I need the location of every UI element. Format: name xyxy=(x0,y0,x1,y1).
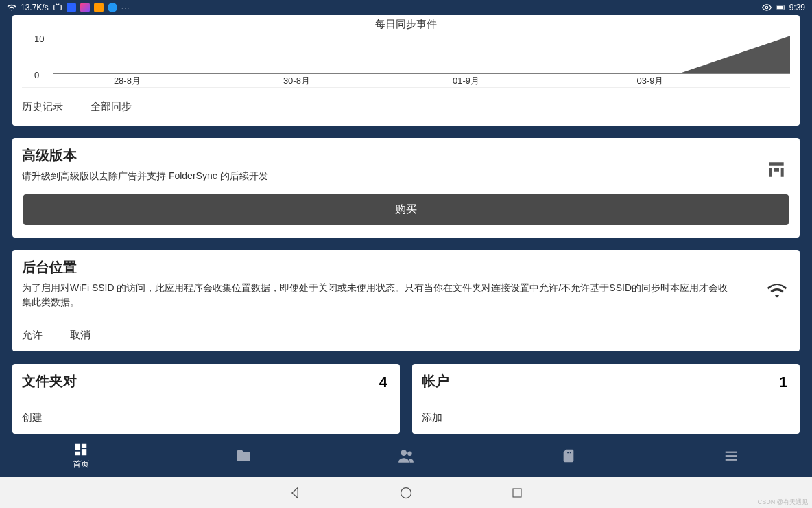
svg-point-16 xyxy=(401,487,411,498)
allow-button[interactable]: 允许 xyxy=(22,329,43,342)
xtick-4: 03-9月 xyxy=(636,75,663,87)
chart-card: 每日同步事件 10 0 28-8月 30-8月 01-9月 03-9月 历史记录… xyxy=(12,15,800,126)
premium-card: 高级版本 请升级到高级版以去除广告并支持 FolderSync 的后续开发 购买 xyxy=(12,138,800,238)
folder-pairs-title: 文件夹对 xyxy=(22,372,390,391)
xtick-2: 30-8月 xyxy=(283,75,310,87)
history-button[interactable]: 历史记录 xyxy=(22,100,63,113)
svg-rect-13 xyxy=(725,452,737,453)
accounts-title: 帐户 xyxy=(422,372,790,391)
ytick-0: 0 xyxy=(34,70,39,80)
xtick-1: 28-8月 xyxy=(114,75,141,87)
buy-button[interactable]: 购买 xyxy=(23,194,789,225)
chart: 10 0 28-8月 30-8月 01-9月 03-9月 xyxy=(22,32,790,84)
home-button[interactable] xyxy=(398,485,414,500)
app-icon-2 xyxy=(80,3,90,12)
nav-menu[interactable] xyxy=(649,435,812,477)
svg-point-12 xyxy=(407,452,412,457)
nav-people[interactable] xyxy=(325,435,488,477)
svg-point-1 xyxy=(765,6,768,9)
svg-marker-5 xyxy=(53,36,790,73)
svg-rect-15 xyxy=(725,459,737,461)
nav-home[interactable]: 首页 xyxy=(0,435,163,477)
app-icon-3 xyxy=(94,3,104,12)
nav-storage[interactable] xyxy=(487,435,649,477)
accounts-count: 1 xyxy=(779,373,787,391)
battery-icon xyxy=(776,3,785,12)
create-button[interactable]: 创建 xyxy=(22,411,43,424)
app-icon-1 xyxy=(67,3,76,12)
xtick-3: 01-9月 xyxy=(453,75,479,87)
bottom-nav: 首页 xyxy=(0,435,812,477)
premium-subtitle: 请升级到高级版以去除广告并支持 FolderSync 的后续开发 xyxy=(22,169,713,183)
location-desc: 为了启用对WiFi SSID 的访问，此应用程序会收集位置数据，即使处于关闭或未… xyxy=(22,281,737,310)
watermark: CSDN @有天遇见 xyxy=(758,498,808,507)
accounts-card[interactable]: 帐户 1 添加 xyxy=(412,364,800,434)
back-button[interactable] xyxy=(287,485,302,500)
svg-rect-0 xyxy=(53,5,61,10)
svg-rect-17 xyxy=(513,489,521,497)
premium-title: 高级版本 xyxy=(22,146,790,165)
svg-rect-9 xyxy=(82,449,86,455)
svg-rect-4 xyxy=(776,6,783,10)
tv-icon xyxy=(53,3,62,12)
system-nav xyxy=(0,477,812,508)
location-title: 后台位置 xyxy=(22,258,790,277)
eye-icon xyxy=(762,3,772,12)
network-speed: 13.7K/s xyxy=(21,3,49,12)
sync-all-button[interactable]: 全部同步 xyxy=(91,100,132,113)
wifi-icon xyxy=(7,3,16,12)
svg-point-11 xyxy=(401,450,407,456)
app-icon-4 xyxy=(108,3,117,12)
more-icon: ··· xyxy=(121,3,130,12)
wifi-large-icon xyxy=(767,283,787,302)
recents-button[interactable] xyxy=(510,485,525,500)
folder-pairs-count: 4 xyxy=(379,373,387,391)
store-icon xyxy=(765,159,787,183)
svg-rect-8 xyxy=(82,443,86,448)
ytick-10: 10 xyxy=(34,34,44,44)
location-card: 后台位置 为了启用对WiFi SSID 的访问，此应用程序会收集位置数据，即使处… xyxy=(12,250,800,351)
add-button[interactable]: 添加 xyxy=(422,411,442,424)
status-bar: 13.7K/s ··· 9:39 xyxy=(0,0,812,15)
svg-rect-10 xyxy=(75,451,80,455)
chart-title: 每日同步事件 xyxy=(22,18,790,31)
folder-pairs-card[interactable]: 文件夹对 4 创建 xyxy=(12,364,400,434)
svg-rect-7 xyxy=(75,443,80,450)
cancel-button[interactable]: 取消 xyxy=(70,329,91,342)
nav-home-label: 首页 xyxy=(73,459,89,470)
nav-folder[interactable] xyxy=(163,435,325,477)
clock: 9:39 xyxy=(789,3,805,12)
svg-rect-14 xyxy=(725,455,737,457)
svg-rect-3 xyxy=(784,6,785,9)
